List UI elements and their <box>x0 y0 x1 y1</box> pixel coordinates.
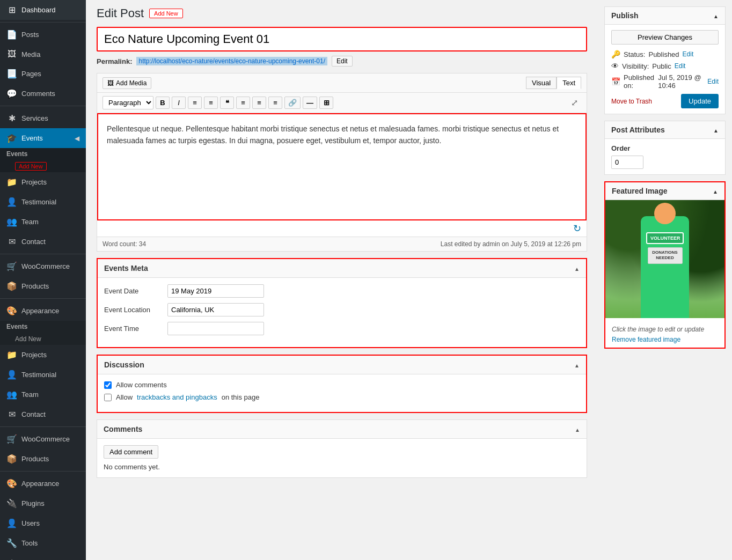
discussion-body: Allow comments Allow trackbacks and ping… <box>98 374 586 412</box>
sidebar-item-dashboard[interactable]: ⊞ Dashboard <box>0 0 86 20</box>
comments-toggle[interactable] <box>575 424 580 434</box>
sidebar-item-plugins[interactable]: 🔌 Plugins <box>0 493 86 513</box>
preview-changes-button[interactable]: Preview Changes <box>611 30 719 45</box>
post-attributes-collapse-icon[interactable] <box>713 126 719 134</box>
publish-collapse-icon[interactable] <box>713 11 719 20</box>
add-comment-button[interactable]: Add comment <box>104 445 158 459</box>
sidebar-item-projects2[interactable]: 📁 Projects <box>0 345 86 365</box>
sidebar-item-settings[interactable]: ⚙ Settings <box>0 553 86 560</box>
published-on-label: Published on: <box>624 73 655 90</box>
events2-add-new-sub[interactable]: Add New <box>0 333 86 345</box>
align-center-button[interactable]: ≡ <box>252 97 266 109</box>
event-location-input[interactable] <box>167 303 264 316</box>
sidebar-label-projects2: Projects <box>21 351 47 359</box>
ul-button[interactable]: ≡ <box>188 97 202 109</box>
italic-button[interactable]: I <box>172 97 186 109</box>
trackbacks-link[interactable]: trackbacks and pingbacks <box>137 393 217 401</box>
visibility-edit-link[interactable]: Edit <box>675 62 686 70</box>
no-comments-text: No comments yet. <box>104 463 580 471</box>
sidebar-item-products2[interactable]: 📦 Products <box>0 449 86 469</box>
more-button[interactable]: — <box>303 97 317 109</box>
discussion-toggle[interactable] <box>574 360 580 370</box>
ol-button[interactable]: ≡ <box>204 97 218 109</box>
sidebar-item-comments[interactable]: 💬 Comments <box>0 84 86 104</box>
sidebar-item-posts[interactable]: 📄 Posts <box>0 25 86 45</box>
events-meta-toggle[interactable] <box>574 263 580 273</box>
comments-header: Comments <box>97 420 587 439</box>
sidebar-item-products1[interactable]: 📦 Products <box>0 276 86 296</box>
add-media-button[interactable]: 🖼 Add Media <box>103 77 151 89</box>
word-count: Word count: 34 <box>103 240 146 248</box>
paragraph-select[interactable]: Paragraph <box>103 96 153 109</box>
tools-icon: 🔧 <box>6 538 17 548</box>
sidebar-item-services[interactable]: ✱ Services <box>0 108 86 128</box>
table-button[interactable]: ⊞ <box>319 97 333 109</box>
events-sub-header: Events <box>0 148 86 160</box>
testimonial2-icon: 👤 <box>6 370 17 380</box>
events2-add-new-label[interactable]: Add New <box>15 335 41 343</box>
sidebar-label-dashboard: Dashboard <box>21 6 56 14</box>
sidebar-item-pages[interactable]: 📃 Pages <box>0 64 86 84</box>
sidebar-item-woocommerce[interactable]: 🛒 WooCommerce <box>0 256 86 276</box>
sidebar-item-tools[interactable]: 🔧 Tools <box>0 533 86 553</box>
align-left-button[interactable]: ≡ <box>236 97 250 109</box>
align-right-button[interactable]: ≡ <box>268 97 282 109</box>
comments-panel: Comments Add comment No comments yet. <box>97 419 587 478</box>
featured-image-collapse-icon[interactable] <box>713 187 718 195</box>
allow-comments-checkbox[interactable] <box>104 381 112 389</box>
sidebar-item-team2[interactable]: 👥 Team <box>0 385 86 404</box>
expand-button[interactable]: ⤢ <box>568 96 581 109</box>
tab-visual[interactable]: Visual <box>526 77 557 89</box>
volunteer-figure: VOLUNTEER DONATIONSNEEDED <box>641 216 689 318</box>
sidebar-label-plugins: Plugins <box>21 499 45 507</box>
publish-box: Publish Preview Changes 🔑 Status: Publis… <box>604 6 726 114</box>
sidebar-item-testimonial2[interactable]: 👤 Testimonial <box>0 365 86 385</box>
sidebar-item-projects[interactable]: 📁 Projects <box>0 172 86 192</box>
featured-image-body: VOLUNTEER DONATIONSNEEDED Click the imag… <box>605 200 724 348</box>
sidebar-label-appearance: Appearance <box>21 307 59 315</box>
allow-comments-row: Allow comments <box>104 381 580 389</box>
sidebar-item-contact[interactable]: ✉ Contact <box>0 232 86 252</box>
events-add-new-label[interactable]: Add New <box>15 162 47 171</box>
post-title-input[interactable] <box>97 27 587 51</box>
tab-text[interactable]: Text <box>557 77 581 89</box>
featured-image-thumbnail[interactable]: VOLUNTEER DONATIONSNEEDED <box>605 200 724 318</box>
refresh-icon[interactable]: ↻ <box>573 223 581 234</box>
blockquote-button[interactable]: ❝ <box>220 97 234 109</box>
sidebar-item-events[interactable]: 🎓 Events ◀ <box>0 128 86 148</box>
sidebar-item-users[interactable]: 👤 Users <box>0 513 86 533</box>
event-date-input[interactable] <box>167 284 264 298</box>
status-edit-link[interactable]: Edit <box>683 50 694 58</box>
sidebar-label-team2: Team <box>21 390 39 399</box>
event-time-label: Event Time <box>104 325 163 333</box>
trackbacks-checkbox[interactable] <box>104 394 112 401</box>
sidebar-item-appearance2[interactable]: 🎨 Appearance <box>0 474 86 493</box>
permalink-edit-button[interactable]: Edit <box>332 56 353 67</box>
sidebar-item-testimonial[interactable]: 👤 Testimonial <box>0 192 86 212</box>
bold-button[interactable]: B <box>156 97 170 109</box>
sidebar-label-services: Services <box>21 114 48 122</box>
move-to-trash-link[interactable]: Move to Trash <box>611 98 652 105</box>
event-date-row: Event Date <box>104 284 580 298</box>
sidebar-item-media[interactable]: 🖼 Media <box>0 45 86 64</box>
link-button[interactable]: 🔗 <box>284 97 301 109</box>
add-new-button[interactable]: Add New <box>149 9 183 18</box>
post-attributes-title: Post Attributes <box>611 126 665 134</box>
editor-content[interactable]: Pellentesque ut neque. Pellentesque habi… <box>97 113 587 220</box>
sidebar-item-woocommerce2[interactable]: 🛒 WooCommerce <box>0 429 86 449</box>
published-on-edit-link[interactable]: Edit <box>707 78 719 85</box>
remove-featured-image-link[interactable]: Remove featured image <box>612 336 680 343</box>
trackbacks-suffix: on this page <box>222 393 260 401</box>
published-on-row: 📅 Published on: Jul 5, 2019 @ 10:46 Edit <box>611 73 719 90</box>
sidebar-item-contact2[interactable]: ✉ Contact <box>0 404 86 424</box>
update-button[interactable]: Update <box>681 94 719 108</box>
order-input[interactable] <box>611 156 643 169</box>
sidebar-label-events: Events <box>21 134 43 142</box>
events-add-new-sub[interactable]: Add New <box>0 160 86 172</box>
comments-title: Comments <box>104 425 142 433</box>
dashboard-icon: ⊞ <box>6 5 17 15</box>
sidebar-label-tools: Tools <box>21 539 38 547</box>
sidebar-item-appearance[interactable]: 🎨 Appearance <box>0 301 86 321</box>
sidebar-item-team1[interactable]: 👥 Team <box>0 212 86 232</box>
event-time-input[interactable] <box>167 322 264 335</box>
